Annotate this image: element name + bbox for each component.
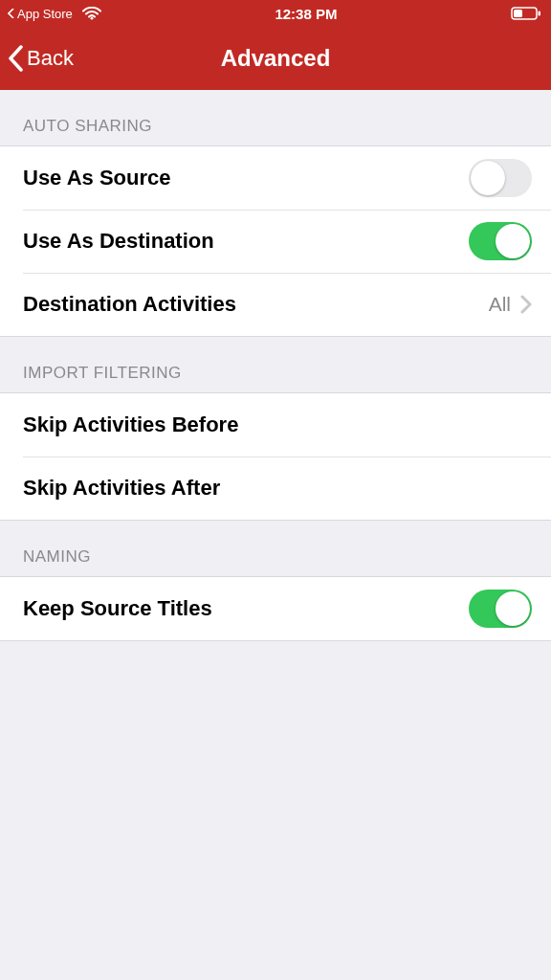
svg-point-0 — [90, 17, 93, 20]
back-button[interactable]: Back — [0, 45, 74, 72]
nav-bar: Back Advanced — [0, 27, 551, 90]
keep-source-titles-toggle[interactable] — [469, 590, 532, 628]
use-as-destination-toggle[interactable] — [469, 222, 532, 260]
row-destination-activities[interactable]: Destination Activities All — [0, 273, 551, 336]
group-auto-sharing: Use As Source Use As Destination Destina… — [0, 145, 551, 337]
use-as-source-toggle[interactable] — [469, 159, 532, 197]
back-to-app[interactable]: App Store — [8, 7, 73, 21]
row-use-as-source: Use As Source — [0, 146, 551, 210]
wifi-icon — [82, 7, 101, 20]
status-right — [511, 7, 541, 20]
destination-activities-value: All — [489, 293, 511, 316]
use-as-source-label: Use As Source — [23, 166, 170, 190]
row-skip-after[interactable]: Skip Activities After — [0, 457, 551, 520]
group-naming: Keep Source Titles — [0, 576, 551, 641]
status-left: App Store — [8, 7, 101, 21]
destination-activities-label: Destination Activities — [23, 292, 236, 317]
header: App Store 12:38 PM — [0, 0, 551, 90]
section-header-auto-sharing: AUTO SHARING — [0, 90, 551, 145]
row-skip-before[interactable]: Skip Activities Before — [0, 393, 551, 457]
group-import-filtering: Skip Activities Before Skip Activities A… — [0, 392, 551, 521]
skip-after-label: Skip Activities After — [23, 476, 220, 501]
back-label: Back — [27, 46, 74, 71]
keep-source-titles-label: Keep Source Titles — [23, 596, 212, 621]
caret-left-icon — [8, 9, 15, 18]
svg-rect-3 — [539, 11, 541, 16]
chevron-right-icon — [520, 295, 532, 314]
section-header-naming: NAMING — [0, 521, 551, 576]
row-keep-source-titles: Keep Source Titles — [0, 577, 551, 640]
status-app-label: App Store — [17, 7, 73, 21]
page-title: Advanced — [0, 45, 551, 72]
skip-before-label: Skip Activities Before — [23, 412, 238, 437]
use-as-destination-label: Use As Destination — [23, 229, 214, 254]
status-time: 12:38 PM — [275, 6, 337, 22]
battery-icon — [511, 7, 541, 20]
svg-rect-2 — [514, 10, 522, 17]
status-bar: App Store 12:38 PM — [0, 0, 551, 27]
section-header-import-filtering: IMPORT FILTERING — [0, 337, 551, 392]
chevron-left-icon — [8, 45, 25, 72]
row-use-as-destination: Use As Destination — [0, 210, 551, 273]
